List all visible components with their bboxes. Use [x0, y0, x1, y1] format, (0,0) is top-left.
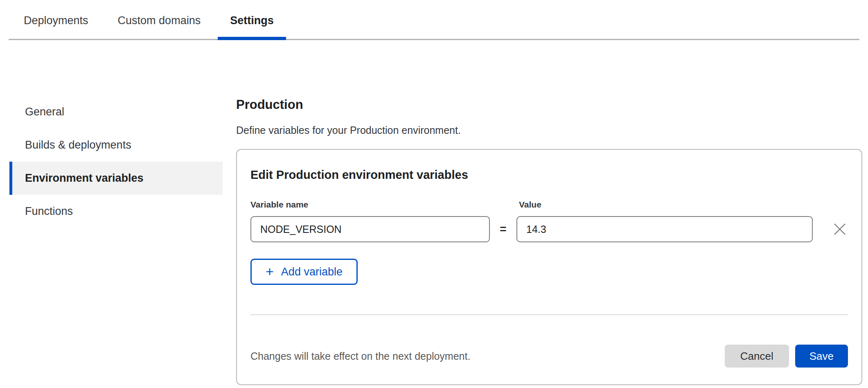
sidebar-item-builds-deployments[interactable]: Builds & deployments: [9, 129, 223, 162]
labels-spacer: [492, 200, 519, 210]
equals-sign: =: [490, 223, 516, 236]
variable-name-label: Variable name: [250, 200, 492, 210]
remove-variable-button[interactable]: [832, 221, 848, 237]
card-footer: Changes will take effect on the next dep…: [250, 345, 848, 368]
card-title: Edit Production environment variables: [250, 168, 848, 182]
page-subtitle: Define variables for your Production env…: [236, 124, 862, 136]
value-label: Value: [519, 200, 541, 210]
add-variable-button[interactable]: + Add variable: [250, 259, 358, 285]
sidebar-item-functions[interactable]: Functions: [9, 195, 223, 228]
cancel-button[interactable]: Cancel: [725, 345, 789, 368]
variable-row: =: [250, 216, 848, 242]
plus-icon: +: [266, 264, 274, 278]
save-button[interactable]: Save: [795, 345, 848, 368]
sidebar-item-environment-variables[interactable]: Environment variables: [9, 162, 223, 195]
tab-bar: Deployments Custom domains Settings: [9, 0, 859, 40]
footer-note: Changes will take effect on the next dep…: [250, 350, 725, 362]
field-labels-row: Variable name Value: [250, 200, 848, 210]
sidebar-item-general[interactable]: General: [9, 95, 223, 129]
content-area: General Builds & deployments Environment…: [0, 40, 868, 385]
environment-variables-card: Edit Production environment variables Va…: [236, 149, 862, 385]
add-variable-label: Add variable: [281, 266, 343, 278]
variable-name-input[interactable]: [250, 216, 490, 242]
main-panel: Production Define variables for your Pro…: [236, 40, 862, 385]
close-icon: [833, 222, 847, 236]
variable-value-input[interactable]: [516, 216, 813, 242]
settings-sidebar: General Builds & deployments Environment…: [9, 40, 223, 228]
page-title: Production: [236, 97, 862, 112]
tab-deployments[interactable]: Deployments: [11, 0, 101, 40]
tab-settings[interactable]: Settings: [218, 0, 286, 40]
card-divider: [250, 314, 848, 315]
tab-custom-domains[interactable]: Custom domains: [106, 0, 213, 40]
